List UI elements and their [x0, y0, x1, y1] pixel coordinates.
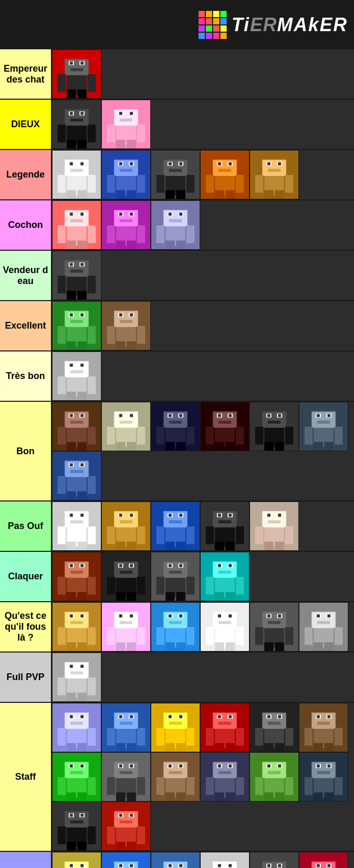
svg-rect-525: [168, 715, 172, 718]
svg-rect-428: [127, 642, 136, 651]
svg-rect-256: [255, 427, 264, 444]
svg-rect-343: [267, 514, 270, 517]
svg-rect-46: [70, 169, 83, 172]
svg-rect-213: [119, 414, 122, 417]
svg-rect-362: [67, 592, 76, 601]
svg-rect-297: [67, 541, 76, 550]
svg-rect-567: [310, 707, 338, 713]
svg-rect-239: [218, 414, 221, 417]
svg-rect-532: [176, 743, 186, 752]
svg-rect-388: [165, 592, 175, 601]
svg-rect-720: [218, 864, 221, 867]
svg-rect-267: [317, 421, 330, 424]
svg-rect-375: [116, 592, 125, 601]
svg-rect-648: [313, 792, 323, 801]
svg-rect-616: [218, 765, 221, 768]
svg-rect-395: [218, 564, 221, 567]
svg-rect-583: [67, 792, 76, 801]
svg-rect-630: [278, 765, 281, 768]
svg-rect-373: [107, 577, 115, 594]
svg-rect-422: [130, 615, 133, 618]
svg-rect-70: [168, 162, 172, 166]
svg-rect-360: [58, 577, 66, 594]
svg-rect-203: [63, 405, 91, 412]
svg-rect-371: [120, 571, 132, 574]
svg-rect-749: [310, 856, 338, 862]
svg-rect-61: [107, 175, 115, 193]
svg-rect-473: [317, 615, 320, 618]
svg-rect-672: [107, 826, 115, 844]
svg-rect-657: [70, 820, 83, 823]
svg-rect-659: [58, 826, 66, 844]
svg-rect-194: [77, 391, 87, 400]
svg-rect-451: [206, 627, 214, 645]
svg-rect-126: [107, 225, 115, 243]
svg-rect-174: [119, 314, 122, 317]
skin-skin43: [250, 703, 299, 752]
svg-rect-76: [165, 190, 175, 199]
svg-rect-112: [63, 204, 91, 210]
svg-rect-592: [120, 771, 132, 774]
svg-rect-232: [165, 442, 175, 451]
svg-rect-542: [206, 728, 214, 745]
skin-skin38: [52, 653, 101, 702]
svg-rect-152: [58, 276, 66, 293]
svg-rect-518: [116, 743, 125, 752]
svg-rect-101: [285, 175, 294, 193]
skin-skin2: [52, 100, 101, 149]
tier-row-staff: Staff: [0, 703, 354, 852]
svg-rect-33: [120, 118, 132, 121]
tier-label-full-pvp: Full PVP: [0, 653, 52, 702]
svg-rect-304: [119, 514, 122, 517]
svg-rect-467: [275, 642, 284, 651]
skin-skin6: [151, 150, 200, 199]
skin-skin52: [101, 802, 151, 851]
svg-rect-291: [70, 514, 73, 517]
svg-rect-645: [310, 756, 338, 762]
svg-rect-558: [275, 743, 284, 752]
logo-cell: [206, 25, 212, 32]
svg-rect-162: [81, 314, 84, 317]
skin-skin5: [101, 150, 151, 199]
svg-rect-372: [112, 555, 140, 562]
logo-cell: [199, 25, 205, 32]
svg-rect-415: [77, 642, 87, 651]
svg-rect-201: [81, 414, 84, 417]
svg-rect-514: [120, 722, 132, 725]
svg-rect-309: [137, 526, 146, 544]
tier-items-cochon: [52, 200, 354, 250]
svg-rect-110: [81, 213, 84, 216]
svg-rect-63: [116, 190, 125, 199]
svg-rect-324: [176, 541, 186, 550]
svg-rect-84: [229, 162, 232, 166]
svg-rect-168: [77, 341, 87, 350]
svg-rect-528: [162, 707, 190, 713]
logo-cell: [206, 11, 212, 17]
svg-rect-142: [176, 240, 186, 249]
svg-rect-19: [81, 112, 84, 115]
tier-label-tres-bon: Très bon: [0, 351, 52, 401]
svg-rect-684: [63, 856, 91, 862]
svg-rect-439: [187, 627, 195, 645]
svg-rect-539: [229, 715, 232, 718]
skin-skin20: [250, 402, 299, 451]
svg-rect-190: [63, 355, 91, 361]
svg-rect-603: [168, 765, 172, 768]
tier-row-claquer: Claquer: [0, 552, 354, 602]
svg-rect-694: [119, 864, 122, 867]
svg-rect-216: [112, 405, 140, 412]
svg-rect-308: [107, 526, 115, 544]
svg-rect-553: [268, 722, 280, 725]
svg-rect-187: [70, 364, 73, 367]
svg-rect-151: [63, 254, 91, 261]
svg-rect-337: [226, 541, 235, 550]
svg-rect-163: [70, 320, 83, 323]
svg-rect-578: [81, 765, 84, 768]
svg-rect-649: [324, 792, 334, 801]
svg-rect-305: [130, 514, 133, 517]
svg-rect-349: [264, 541, 273, 550]
svg-rect-176: [120, 320, 132, 323]
skin-skin12: [52, 251, 101, 300]
svg-rect-35: [107, 125, 115, 142]
svg-rect-383: [179, 564, 182, 567]
